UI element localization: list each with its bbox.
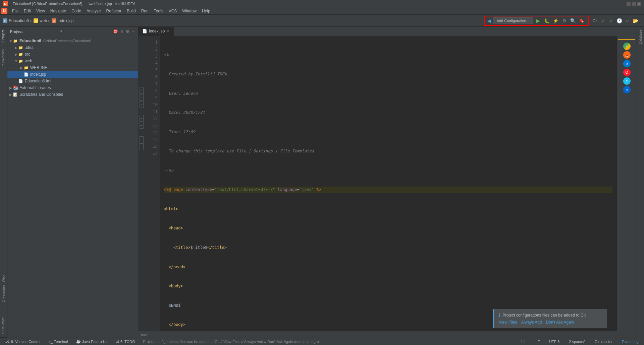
tree-item-index-jsp[interactable]: ▶ 📄 index.jsp — [7, 71, 138, 78]
notification-actions: View Files Always Add Don't Ask Again — [499, 320, 602, 325]
fold-indicator-13[interactable]: − — [140, 122, 144, 129]
main-content: 1: Project 2: Favorites 7: Structure Pro… — [0, 27, 644, 338]
cursor-position[interactable]: 1:1 — [518, 340, 529, 344]
folder-icon-root: 📁 — [13, 38, 18, 44]
code-line-1: <%-- — [164, 52, 612, 58]
chrome-browser-button[interactable]: ● — [623, 43, 631, 50]
minimize-button[interactable]: — — [627, 2, 631, 6]
menu-file[interactable]: File — [9, 8, 21, 14]
terminal-tab[interactable]: >_ Terminal — [46, 338, 70, 345]
menu-vcs[interactable]: VCS — [166, 8, 180, 14]
git-rollback-button[interactable]: ↩ — [624, 17, 631, 24]
tab-close-button[interactable]: ✕ — [167, 29, 169, 33]
menu-view[interactable]: View — [34, 8, 48, 14]
back-arrow-icon[interactable]: ◀ — [487, 18, 491, 23]
project-panel-header: Project ▼ 🎯 ≡ ⚙ − — [7, 27, 138, 36]
file-icon: J — [52, 18, 56, 23]
code-line-10: <head> — [164, 225, 612, 231]
tree-item-scratches[interactable]: ▶ 📝 Scratches and Consoles — [7, 91, 138, 98]
menu-refactor[interactable]: Refactor — [104, 8, 124, 14]
scratches-icon: 📝 — [13, 92, 18, 97]
tree-item-src[interactable]: ▶ 📁 src — [7, 51, 138, 58]
maximize-button[interactable]: □ — [632, 2, 636, 6]
folder-icon-web: 📁 — [18, 58, 23, 64]
tree-item-education6-root[interactable]: ▼ 📁 Education6 G:\ideaProtection\Educati… — [7, 38, 138, 44]
favorites-vertical-tab[interactable]: 2: Favorites — [0, 282, 7, 305]
locate-button[interactable]: 🎯 — [112, 28, 119, 34]
opera-browser-button[interactable]: O — [623, 69, 631, 76]
git-branch-status[interactable]: Git: master — [592, 340, 615, 344]
menu-run[interactable]: Run — [139, 8, 151, 14]
tree-item-external-libraries[interactable]: ▶ 📚 External Libraries — [7, 84, 138, 91]
line-ending[interactable]: LF — [533, 340, 542, 344]
menu-navigate[interactable]: Navigate — [48, 8, 69, 14]
event-log-button[interactable]: Event Log — [619, 340, 641, 344]
java-enterprise-tab[interactable]: ☕ Java Enterprise — [73, 338, 110, 345]
menu-analyze[interactable]: Analyze — [84, 8, 104, 14]
menu-build[interactable]: Build — [124, 8, 139, 14]
menu-bar: IJ File Edit View Navigate Code Analyze … — [0, 7, 644, 15]
always-add-link[interactable]: Always Add — [521, 320, 542, 325]
run-with-coverage-button[interactable]: ⚡ — [552, 17, 559, 24]
code-editor[interactable]: <%-- Created by IntelliJ IDEA. User: Len… — [160, 36, 616, 331]
indent-info[interactable]: 2 spaces* — [566, 340, 588, 344]
project-minimize-button[interactable]: − — [131, 28, 135, 34]
window-controls[interactable]: — □ ✕ — [627, 2, 641, 6]
editor-tab-index-jsp[interactable]: 📄 index.jsp ✕ — [138, 27, 174, 36]
favorites-tab-vertical[interactable]: 2: Favorites — [0, 47, 7, 69]
edge-chromium-browser-button[interactable]: e — [623, 86, 631, 93]
fold-indicator-15[interactable]: − — [140, 136, 144, 143]
fold-indicator-9[interactable]: − — [140, 94, 144, 101]
search-everywhere-button[interactable]: 🔍 — [570, 17, 577, 24]
fold-indicator-8[interactable]: − — [140, 87, 144, 94]
version-control-label: 9: Version Control — [11, 340, 40, 344]
fold-indicator-12[interactable]: − — [140, 115, 144, 122]
tree-item-webinf[interactable]: ▶ 📁 WEB-INF — [7, 64, 138, 71]
menu-edit[interactable]: Edit — [21, 8, 34, 14]
code-line-13: <body> — [164, 283, 612, 289]
dont-ask-again-link[interactable]: Don't Ask Again — [546, 320, 574, 325]
main-toolbar: P Education6 ▸ 📁 web ▸ J index.jsp ◀ Add… — [0, 15, 644, 27]
fold-indicator-16[interactable]: − — [140, 143, 144, 150]
todo-tab[interactable]: ☑ 6: TODO — [113, 338, 138, 345]
close-button[interactable]: ✕ — [637, 2, 641, 6]
code-line-6: To change this template use File | Setti… — [164, 148, 612, 154]
fold-indicator-10[interactable]: − — [140, 101, 144, 108]
java-icon: ☕ — [76, 339, 81, 344]
profile-button[interactable]: ⚙ — [561, 17, 568, 24]
folder-icon: 📁 — [34, 18, 38, 23]
menu-code[interactable]: Code — [69, 8, 84, 14]
encoding[interactable]: UTF-8 — [546, 340, 562, 344]
version-control-tab[interactable]: ⎇ 9: Version Control — [3, 338, 43, 345]
git-commit-button[interactable]: ✓ — [608, 17, 614, 24]
tree-item-idea[interactable]: ▶ 📁 .idea — [7, 44, 138, 51]
debug-button[interactable]: 🐛 — [544, 17, 550, 24]
tree-item-education6-iml[interactable]: ▶ 📄 Education6.iml — [7, 78, 138, 84]
structure-tab-vertical[interactable]: 7: Structure — [0, 315, 7, 338]
edge-browser-button[interactable]: e — [623, 60, 631, 67]
tree-label-scratches: Scratches and Consoles — [19, 92, 63, 97]
project-dropdown-icon[interactable]: ▼ — [60, 29, 63, 33]
bookmark-button[interactable]: 🔖 — [579, 17, 585, 24]
database-tab[interactable]: Database — [638, 27, 643, 47]
firefox-browser-button[interactable]: 🦊 — [623, 51, 631, 59]
run-button[interactable]: ▶ — [535, 17, 542, 24]
open-files-button[interactable]: 📂 — [632, 17, 639, 24]
git-history-button[interactable]: 🕐 — [616, 17, 623, 24]
menu-window[interactable]: Window — [179, 8, 199, 14]
project-panel-title: Project — [10, 29, 57, 33]
folder-icon-webinf: 📁 — [23, 65, 29, 70]
view-files-link[interactable]: View Files — [499, 320, 517, 325]
tree-item-web[interactable]: ▼ 📁 web — [7, 58, 138, 64]
git-notification: ℹ Project configurations files can be ad… — [493, 309, 607, 328]
ie-browser-button[interactable]: e — [623, 77, 631, 85]
file-icon-iml: 📄 — [18, 78, 23, 84]
git-update-button[interactable]: ✓ — [600, 17, 606, 24]
project-tab-vertical[interactable]: 1: Project — [0, 27, 7, 47]
git-label: Git: — [593, 19, 598, 23]
menu-help[interactable]: Help — [199, 8, 213, 14]
project-settings-button[interactable]: ⚙ — [125, 28, 130, 34]
add-configuration-button[interactable]: Add Configuration... — [493, 17, 533, 24]
collapse-all-button[interactable]: ≡ — [120, 28, 124, 34]
menu-tools[interactable]: Tools — [151, 8, 166, 14]
